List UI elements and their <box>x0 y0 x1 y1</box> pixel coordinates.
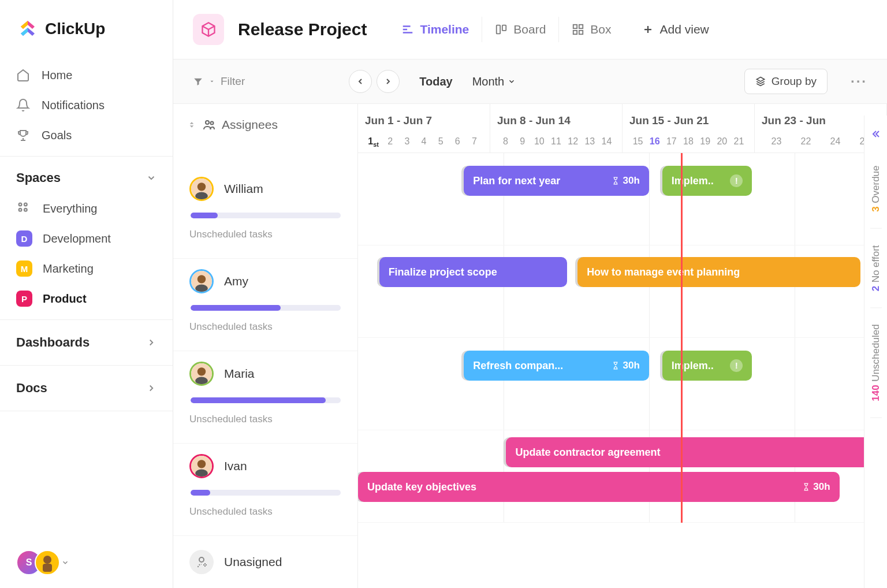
add-view-button[interactable]: Add view <box>643 23 709 36</box>
day-cell: 13 <box>582 136 598 151</box>
view-timeline[interactable]: Timeline <box>389 17 482 42</box>
week-label: Jun 23 - Jun <box>762 114 879 127</box>
space-item-development[interactable]: DDevelopment <box>0 224 173 254</box>
task-bar[interactable]: Implem..! <box>662 166 752 196</box>
assignee-row[interactable]: MariaUnscheduled tasks <box>173 351 357 444</box>
chevron-right-icon <box>146 383 156 393</box>
spaces-header[interactable]: Spaces <box>0 162 173 193</box>
task-bar[interactable]: Update contractor agreement <box>506 437 887 467</box>
next-button[interactable] <box>377 70 400 93</box>
space-badge: D <box>16 230 32 247</box>
collapse-rail-button[interactable] <box>870 121 882 149</box>
cube-icon <box>200 21 217 38</box>
week-label: Jun 15 - Jun 21 <box>629 114 747 127</box>
divider <box>0 156 173 157</box>
svg-rect-7 <box>502 25 506 31</box>
timeline-icon <box>401 23 414 36</box>
task-label: How to manage event planning <box>587 266 740 278</box>
space-item-marketing[interactable]: MMarketing <box>0 254 173 284</box>
task-bar[interactable]: Plan for next year30h <box>464 166 649 196</box>
day-cell: 2 <box>382 136 398 152</box>
day-cell: 19 <box>697 136 714 151</box>
svg-rect-11 <box>579 31 583 34</box>
assignee-row[interactable]: IvanUnscheduled tasks <box>173 444 357 536</box>
unscheduled-label[interactable]: Unscheduled tasks <box>189 229 341 240</box>
board-icon <box>495 23 508 36</box>
filter-button[interactable]: Filter <box>193 75 245 88</box>
space-badge: P <box>16 291 32 307</box>
day-cell: 1st <box>365 136 382 152</box>
nav-goals[interactable]: Goals <box>0 120 173 150</box>
task-bar[interactable]: Implem..! <box>662 351 752 381</box>
task-bar[interactable]: How to manage event planning <box>577 257 860 287</box>
docs-section[interactable]: Docs <box>0 371 173 405</box>
views: Timeline Board Box <box>389 17 624 42</box>
avatar <box>189 454 214 478</box>
day-cell: 15 <box>629 136 646 151</box>
unscheduled-label[interactable]: Unscheduled tasks <box>189 506 341 518</box>
stat-noeffort[interactable]: 2 No effort <box>870 229 882 308</box>
svg-point-2 <box>19 209 22 211</box>
stat-unscheduled[interactable]: 140 Unscheduled <box>870 308 882 418</box>
assignees-label: Assignees <box>222 118 278 132</box>
sort-icon <box>187 120 196 129</box>
day-cell: 24 <box>821 136 850 151</box>
assignee-row[interactable]: AmyUnscheduled tasks <box>173 259 357 351</box>
chevron-down-icon <box>146 173 156 183</box>
space-label: Everything <box>43 202 98 215</box>
task-bar[interactable]: Refresh compan...30h <box>464 351 649 381</box>
timeline-area: Assignees WilliamUnscheduled tasksAmyUns… <box>173 104 887 588</box>
day-cell: 20 <box>714 136 731 151</box>
toolbar: Filter Today Month Group by ··· <box>173 59 887 104</box>
svg-point-13 <box>211 122 214 125</box>
warning-icon: ! <box>730 359 743 372</box>
space-label: Marketing <box>43 262 94 276</box>
view-board[interactable]: Board <box>482 17 558 42</box>
today-indicator <box>681 153 683 523</box>
unscheduled-label[interactable]: Unscheduled tasks <box>189 414 341 425</box>
day-cell: 4 <box>415 136 432 152</box>
space-item-product[interactable]: PProduct <box>0 284 173 314</box>
svg-rect-8 <box>573 25 577 28</box>
home-icon <box>16 68 30 82</box>
avatar-stack[interactable]: S <box>16 550 53 575</box>
group-by-button[interactable]: Group by <box>744 69 828 94</box>
caret-down-icon <box>209 79 215 84</box>
view-label: Timeline <box>420 23 469 36</box>
more-button[interactable]: ··· <box>851 73 867 90</box>
space-everything[interactable]: Everything <box>0 193 173 224</box>
project-icon[interactable] <box>193 14 224 45</box>
day-cell: 23 <box>762 136 791 151</box>
nav-notifications[interactable]: Notifications <box>0 90 173 120</box>
assignee-row[interactable]: WilliamUnscheduled tasks <box>173 166 357 259</box>
svg-point-15 <box>197 183 206 191</box>
logo[interactable]: ClickUp <box>0 0 173 60</box>
unscheduled-label[interactable]: Unscheduled tasks <box>189 321 341 333</box>
task-hours: 30h <box>612 175 639 187</box>
nav-home[interactable]: Home <box>0 60 173 90</box>
unassigned-row[interactable]: Unasigned <box>173 536 357 588</box>
timeline-grid[interactable]: Jun 1 - Jun 71st234567Jun 8 - Jun 148910… <box>358 104 887 588</box>
unassigned-icon <box>189 550 214 574</box>
date-header: Jun 1 - Jun 71st234567Jun 8 - Jun 148910… <box>358 104 887 153</box>
task-bar[interactable]: Update key objectives30h <box>358 472 840 502</box>
chevron-down-icon[interactable] <box>61 559 69 567</box>
dashboards-section[interactable]: Dashboards <box>0 326 173 359</box>
prev-button[interactable] <box>349 70 372 93</box>
task-row: Update contractor agreementUpdate key ob… <box>358 430 887 523</box>
period-label: Month <box>472 75 505 88</box>
task-hours: 30h <box>612 360 639 371</box>
day-cell: 12 <box>565 136 582 151</box>
section-label: Dashboards <box>16 335 90 350</box>
section-label: Docs <box>16 381 47 396</box>
task-label: Update contractor agreement <box>515 446 660 459</box>
period-select[interactable]: Month <box>472 75 516 88</box>
warning-icon: ! <box>730 174 743 187</box>
today-button[interactable]: Today <box>419 75 452 88</box>
task-bar[interactable]: Finalize project scope <box>379 257 567 287</box>
view-box[interactable]: Box <box>558 17 624 42</box>
stat-overdue[interactable]: 3 Overdue <box>870 149 882 229</box>
filter-icon <box>193 76 203 87</box>
week-column: Jun 15 - Jun 2115161718192021 <box>623 104 755 152</box>
assignees-header[interactable]: Assignees <box>173 104 357 166</box>
